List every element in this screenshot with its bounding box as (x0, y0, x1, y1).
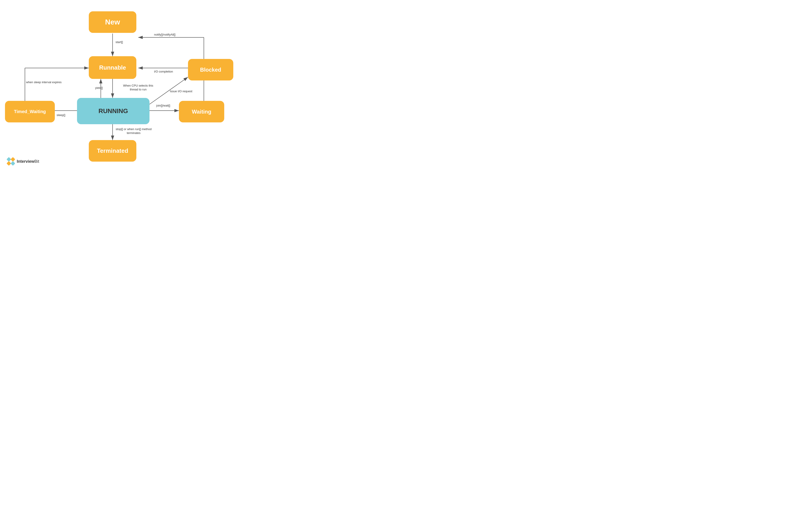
label-sleep: sleep[] (57, 113, 65, 117)
state-running: RUNNING (77, 98, 149, 124)
label-stop: stop[] or when run[] method terminates (116, 128, 152, 135)
svg-rect-15 (7, 161, 11, 166)
label-when-sleep: when sleep interval expires (26, 81, 62, 84)
label-join-wait: join[]/wait[] (156, 104, 170, 108)
svg-rect-14 (11, 157, 15, 162)
state-waiting: Waiting (179, 101, 224, 122)
state-new-label: New (105, 18, 120, 26)
label-notify: notify[]/notifyAll[] (154, 33, 176, 37)
state-timed-waiting-label: Timed_Waiting (14, 109, 46, 114)
state-blocked-label: Blocked (200, 67, 221, 73)
state-blocked: Blocked (188, 59, 233, 81)
svg-rect-16 (11, 161, 15, 166)
svg-rect-13 (7, 157, 11, 162)
state-terminated-label: Terminated (97, 147, 128, 154)
label-cpu-select: When CPU selects this thread to run (122, 84, 154, 91)
label-start: start[] (116, 40, 123, 44)
logo-area: InterviewBit (7, 157, 39, 166)
state-runnable: Runnable (89, 56, 137, 79)
diagram: New Runnable RUNNING Blocked Waiting Tim… (0, 0, 270, 170)
logo-icon (7, 157, 15, 166)
state-terminated: Terminated (89, 140, 137, 162)
state-runnable-label: Runnable (99, 64, 126, 71)
label-io-request: Issue I/O request (170, 89, 192, 93)
state-running-label: RUNNING (98, 108, 128, 115)
logo-text: InterviewBit (17, 159, 39, 164)
state-timed-waiting: Timed_Waiting (5, 101, 55, 122)
label-yield: yield[] (95, 86, 103, 90)
label-io-completion: I/O completion (154, 70, 173, 74)
state-new: New (89, 11, 137, 33)
state-waiting-label: Waiting (192, 109, 211, 115)
